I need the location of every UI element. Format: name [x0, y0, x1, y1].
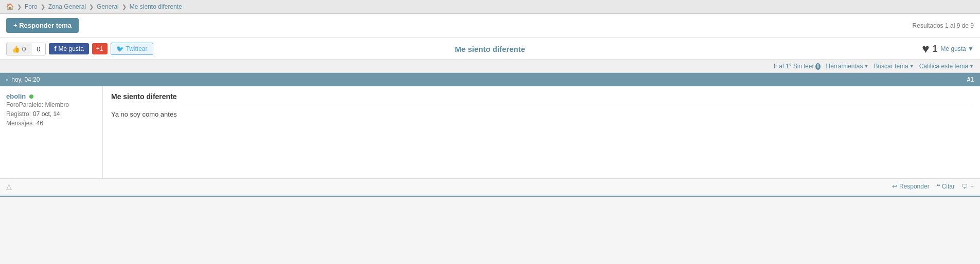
- mensajes-value: 46: [37, 120, 43, 127]
- like-number[interactable]: 0: [31, 43, 45, 55]
- like-count-display: 0: [22, 45, 26, 53]
- rate-topic-dropdown[interactable]: Califica este tema ▼: [919, 63, 974, 70]
- warn-section: △: [6, 182, 12, 191]
- page-bottom-divider: [0, 196, 980, 197]
- breadcrumb-sep-4: ❯: [122, 4, 127, 10]
- home-icon[interactable]: 🏠: [6, 3, 14, 10]
- warn-icon[interactable]: △: [6, 182, 12, 191]
- extra-label: +: [970, 183, 974, 190]
- google-plus-button[interactable]: +1: [92, 43, 108, 54]
- cite-button[interactable]: ❝ Citar: [937, 183, 955, 190]
- author-username-row: ebolin: [6, 92, 96, 100]
- twitter-icon: 🐦: [116, 45, 124, 52]
- goto-unread-label: Ir al 1° Sin leer: [774, 63, 814, 70]
- rate-topic-label: Califica este tema: [919, 63, 968, 70]
- post-date-section: ▫ hoy, 04:20: [6, 76, 40, 83]
- reply-icon: ↩: [892, 183, 897, 190]
- rate-arrow-icon: ▼: [969, 64, 974, 69]
- header-area: + Responder tema Resultados 1 al 9 de 9: [0, 14, 980, 37]
- author-online-indicator: [29, 95, 33, 99]
- thumbs-up-button[interactable]: 👍 0: [7, 43, 31, 55]
- search-arrow-icon: ▼: [910, 64, 914, 69]
- extra-icon: 🗩: [962, 183, 968, 190]
- cite-label: Citar: [942, 183, 955, 190]
- twitter-button[interactable]: 🐦 Twittear: [111, 43, 153, 55]
- thread-title: Me siento diferente: [455, 45, 525, 53]
- social-title-row: 👍 0 0 f Me gusta +1 🐦 Twittear Me siento…: [0, 37, 980, 60]
- breadcrumb-home-link[interactable]: 🏠: [6, 3, 14, 10]
- author-registro-row: Registro: 07 oct, 14: [6, 110, 96, 118]
- goto-unread-link[interactable]: Ir al 1° Sin leer ℹ: [774, 63, 821, 70]
- breadcrumb-thread-link: Me siento diferente: [130, 3, 182, 10]
- breadcrumb-general-link[interactable]: General: [97, 3, 119, 10]
- tools-label: Herramientas: [826, 63, 863, 70]
- results-text: Resultados 1 al 9 de 9: [913, 22, 974, 29]
- post-subject-title: Me siento diferente: [111, 92, 972, 105]
- post-author-sidebar: ebolin ForoParalelo: Miembro Registro: 0…: [0, 86, 103, 178]
- breadcrumb-sep-2: ❯: [41, 4, 45, 10]
- author-role: ForoParalelo: Miembro: [6, 101, 96, 108]
- info-icon: ℹ: [815, 63, 821, 70]
- reply-topic-button[interactable]: + Responder tema: [6, 18, 79, 33]
- breadcrumb-sep-3: ❯: [89, 4, 94, 10]
- twitter-label: Twittear: [126, 45, 148, 52]
- search-topic-dropdown[interactable]: Buscar tema ▼: [874, 63, 914, 70]
- breadcrumb-zona-link[interactable]: Zona General: [48, 3, 86, 10]
- like-box[interactable]: 👍 0 0: [6, 43, 46, 55]
- facebook-like-button[interactable]: f Me gusta: [49, 43, 88, 54]
- role-value: Miembro: [45, 101, 69, 108]
- thumbs-up-icon: 👍: [12, 45, 20, 53]
- post-number: #1: [967, 76, 974, 83]
- me-gusta-dropdown[interactable]: Me gusta ▼: [940, 45, 974, 52]
- author-mensajes-row: Mensajes: 46: [6, 120, 96, 127]
- me-gusta-label: Me gusta: [940, 45, 966, 52]
- tools-dropdown[interactable]: Herramientas ▼: [826, 63, 868, 70]
- role-prefix: ForoParalelo:: [6, 101, 43, 108]
- extra-action-button[interactable]: 🗩 +: [962, 183, 974, 190]
- post-date: hoy, 04:20: [11, 76, 40, 83]
- post-container: ebolin ForoParalelo: Miembro Registro: 0…: [0, 86, 980, 179]
- search-topic-label: Buscar tema: [874, 63, 908, 70]
- fb-label: Me gusta: [58, 45, 83, 52]
- bottom-action-bar: △ ↩ Responder ❝ Citar 🗩 +: [0, 179, 980, 194]
- me-gusta-arrow-icon: ▼: [968, 45, 974, 52]
- breadcrumb-sep-1: ❯: [17, 4, 22, 10]
- post-page-icon: ▫: [6, 76, 8, 83]
- post-content-text: Ya no soy como antes: [111, 109, 972, 120]
- post-actions-group: ↩ Responder ❝ Citar 🗩 +: [892, 183, 974, 190]
- facebook-icon: f: [54, 45, 56, 52]
- heart-count: 1: [932, 44, 937, 54]
- reply-label: Responder: [899, 183, 930, 190]
- cite-icon: ❝: [937, 183, 940, 190]
- social-buttons-group: 👍 0 0 f Me gusta +1 🐦 Twittear: [6, 43, 153, 55]
- reply-button[interactable]: ↩ Responder: [892, 183, 930, 190]
- post-header-bar: ▫ hoy, 04:20 #1: [0, 73, 980, 86]
- heart-icon: ♥: [922, 42, 929, 56]
- post-body: Me siento diferente Ya no soy como antes: [103, 86, 980, 178]
- registro-value: 07 oct, 14: [33, 110, 60, 118]
- tools-arrow-icon: ▼: [864, 64, 869, 69]
- author-username[interactable]: ebolin: [6, 92, 26, 100]
- mensajes-label: Mensajes:: [6, 120, 34, 127]
- heart-likes-section: ♥ 1 Me gusta ▼: [922, 42, 974, 56]
- breadcrumb-bar: 🏠 ❯ Foro ❯ Zona General ❯ General ❯ Me s…: [0, 0, 980, 14]
- registro-label: Registro:: [6, 110, 31, 118]
- breadcrumb-foro-link[interactable]: Foro: [25, 3, 38, 10]
- toolbar-row: Ir al 1° Sin leer ℹ Herramientas ▼ Busca…: [0, 60, 980, 73]
